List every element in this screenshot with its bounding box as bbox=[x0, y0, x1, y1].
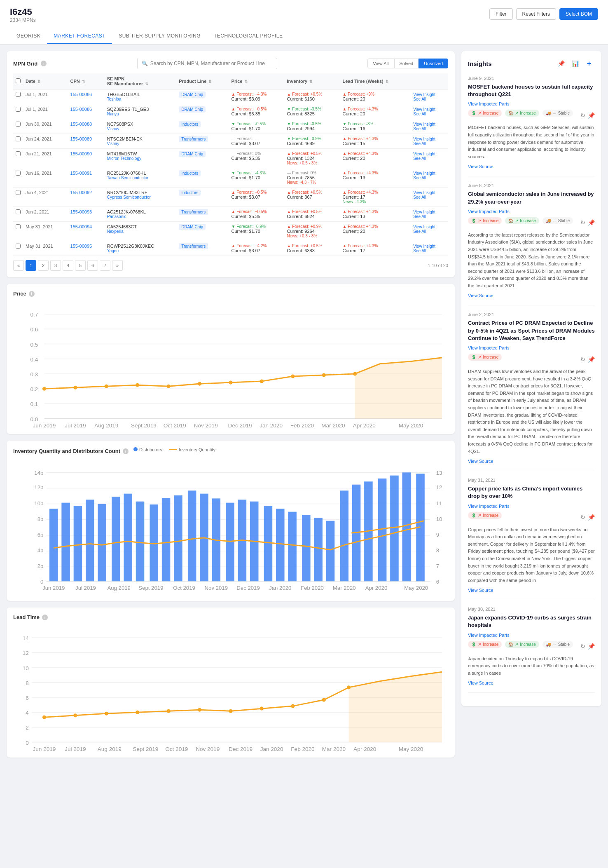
row-checkbox-3[interactable] bbox=[16, 136, 21, 141]
insight-action-refresh-3[interactable]: ↻ bbox=[580, 514, 585, 521]
see-all-link-2[interactable]: See All bbox=[413, 127, 446, 131]
svg-point-128 bbox=[291, 704, 295, 708]
view-insight-link-0[interactable]: View Insight bbox=[413, 92, 435, 97]
select-all-checkbox[interactable] bbox=[16, 78, 21, 83]
see-all-link-9[interactable]: See All bbox=[413, 249, 446, 253]
mpn-grid-info-icon[interactable]: i bbox=[41, 61, 47, 66]
row-checkbox-2[interactable] bbox=[16, 122, 21, 127]
see-all-link-7[interactable]: See All bbox=[413, 214, 446, 219]
view-insight-link-3[interactable]: View Insight bbox=[413, 137, 435, 141]
page-3[interactable]: 3 bbox=[50, 260, 61, 271]
insight-action-refresh-1[interactable]: ↻ bbox=[580, 219, 585, 226]
svg-text:Jan 2020: Jan 2020 bbox=[260, 746, 283, 752]
pin-icon[interactable]: 📌 bbox=[555, 58, 567, 69]
page-1[interactable]: 1 bbox=[26, 260, 36, 271]
chart-icon[interactable]: 📊 bbox=[569, 58, 581, 69]
svg-text:Oct 2019: Oct 2019 bbox=[164, 422, 186, 429]
see-all-link-0[interactable]: See All bbox=[413, 97, 446, 101]
cell-product-7: Transformers bbox=[176, 207, 229, 222]
see-all-link-1[interactable]: See All bbox=[413, 112, 446, 116]
view-source-link-2[interactable]: View Source bbox=[468, 459, 493, 464]
page-5[interactable]: 5 bbox=[75, 260, 86, 271]
view-impacted-parts-3[interactable]: View Impacted Parts bbox=[468, 504, 595, 509]
view-insight-link-9[interactable]: View Insight bbox=[413, 244, 435, 249]
tab-sub-tier[interactable]: SUB TIER SUPPLY MONITORING bbox=[112, 29, 207, 44]
page-2[interactable]: 2 bbox=[38, 260, 49, 271]
insight-action-pin-4[interactable]: 📌 bbox=[588, 643, 595, 650]
cell-manufacturer-6: NRCV100JM83TRF Cypress Semiconductor bbox=[105, 188, 176, 207]
view-source-link-3[interactable]: View Source bbox=[468, 588, 493, 593]
view-impacted-parts-0[interactable]: View Impacted Parts bbox=[468, 101, 595, 106]
insight-date-4: May 30, 2021 bbox=[468, 607, 595, 612]
table-row: Jun 21, 2021 155-00090 MT416M16TW Micron… bbox=[13, 149, 448, 168]
view-source-link-0[interactable]: View Source bbox=[468, 164, 493, 169]
solved-button[interactable]: Solved bbox=[394, 59, 419, 68]
row-checkbox-8[interactable] bbox=[16, 224, 21, 229]
view-impacted-parts-4[interactable]: View Impacted Parts bbox=[468, 633, 595, 638]
svg-point-123 bbox=[136, 711, 139, 714]
add-icon[interactable]: + bbox=[583, 58, 595, 69]
search-icon: 🔍 bbox=[142, 61, 148, 66]
insight-action-refresh-4[interactable]: ↻ bbox=[580, 643, 585, 650]
svg-text:4: 4 bbox=[26, 710, 29, 716]
select-bom-button[interactable]: Select BOM bbox=[559, 8, 598, 20]
filter-button[interactable]: Filter bbox=[489, 8, 513, 20]
row-checkbox-5[interactable] bbox=[16, 171, 21, 176]
row-checkbox-1[interactable] bbox=[16, 107, 21, 112]
cell-leadtime-4: ▲ Forecast: +4.3% Current: 20 bbox=[340, 149, 411, 168]
view-impacted-parts-2[interactable]: View Impacted Parts bbox=[468, 345, 595, 350]
inventory-chart-svg: 0 2b 4b 6b 8b 10b 12b 14b 6 7 8 9 10 bbox=[13, 460, 448, 594]
reset-filters-button[interactable]: Reset Filters bbox=[516, 8, 556, 20]
view-insight-link-8[interactable]: View Insight bbox=[413, 225, 435, 229]
page-6[interactable]: 6 bbox=[87, 260, 98, 271]
see-all-link-4[interactable]: See All bbox=[413, 156, 446, 161]
insight-action-pin-3[interactable]: 📌 bbox=[588, 514, 595, 521]
row-checkbox-7[interactable] bbox=[16, 209, 21, 214]
insight-action-pin-0[interactable]: 📌 bbox=[588, 112, 595, 119]
see-all-link-6[interactable]: See All bbox=[413, 195, 446, 199]
svg-point-126 bbox=[229, 709, 232, 713]
view-insight-link-1[interactable]: View Insight bbox=[413, 107, 435, 112]
view-insight-link-2[interactable]: View Insight bbox=[413, 122, 435, 127]
page-4[interactable]: 4 bbox=[63, 260, 73, 271]
tab-technological[interactable]: TECHNOLOGICAL PROFILE bbox=[207, 29, 289, 44]
inventory-info-icon[interactable]: i bbox=[123, 448, 129, 454]
page-prev[interactable]: « bbox=[13, 260, 24, 271]
row-checkbox-0[interactable] bbox=[16, 92, 21, 97]
svg-text:6: 6 bbox=[436, 579, 439, 585]
view-source-link-4[interactable]: View Source bbox=[468, 680, 493, 685]
see-all-link-8[interactable]: See All bbox=[413, 229, 446, 234]
view-insight-link-4[interactable]: View Insight bbox=[413, 152, 435, 156]
col-product-line: Product Line ⇅ bbox=[176, 73, 229, 89]
insight-badge-0-1: 🏠 ↗ Increase bbox=[505, 110, 539, 117]
view-impacted-parts-1[interactable]: View Impacted Parts bbox=[468, 209, 595, 214]
view-source-link-1[interactable]: View Source bbox=[468, 293, 493, 298]
view-insight-link-6[interactable]: View Insight bbox=[413, 190, 435, 195]
price-info-icon[interactable]: i bbox=[29, 291, 35, 297]
unsolved-button[interactable]: Unsolved bbox=[419, 59, 448, 68]
page-7[interactable]: 7 bbox=[100, 260, 110, 271]
view-insight-link-7[interactable]: View Insight bbox=[413, 210, 435, 214]
row-checkbox-4[interactable] bbox=[16, 151, 21, 156]
svg-text:Feb 2020: Feb 2020 bbox=[291, 746, 315, 752]
tab-market-forecast[interactable]: MARKET FORECAST bbox=[47, 29, 112, 44]
svg-text:Nov 2019: Nov 2019 bbox=[196, 746, 220, 752]
see-all-link-5[interactable]: See All bbox=[413, 176, 446, 180]
page-next[interactable]: » bbox=[112, 260, 123, 271]
insight-badge-1-0: 💲 ↗ Increase bbox=[468, 217, 502, 224]
mpn-grid-title: MPN Grid bbox=[13, 61, 37, 67]
insight-action-pin-1[interactable]: 📌 bbox=[588, 219, 595, 226]
see-all-link-3[interactable]: See All bbox=[413, 141, 446, 146]
view-insight-link-5[interactable]: View Insight bbox=[413, 171, 435, 176]
view-all-button[interactable]: View All bbox=[367, 59, 394, 68]
leadtime-info-icon[interactable]: i bbox=[42, 615, 48, 620]
row-checkbox-9[interactable] bbox=[16, 244, 21, 249]
tab-georisk[interactable]: GEORISK bbox=[10, 29, 47, 44]
insight-action-refresh-2[interactable]: ↻ bbox=[580, 356, 585, 363]
insight-action-refresh-0[interactable]: ↻ bbox=[580, 112, 585, 119]
row-checkbox-6[interactable] bbox=[16, 190, 21, 195]
insight-action-pin-2[interactable]: 📌 bbox=[588, 356, 595, 363]
cell-actions-3: View Insight See All bbox=[411, 134, 448, 149]
svg-point-125 bbox=[198, 708, 201, 712]
search-input[interactable] bbox=[150, 61, 273, 66]
